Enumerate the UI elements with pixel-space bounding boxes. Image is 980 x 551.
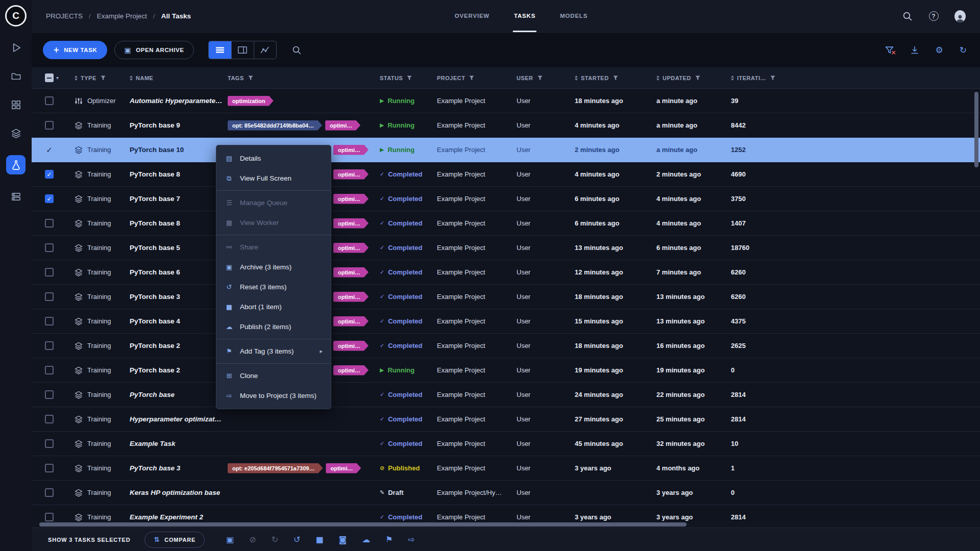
settings-gear-icon[interactable]: ⚙ — [936, 45, 943, 55]
nav-projects-icon[interactable] — [6, 69, 26, 83]
row-checkbox[interactable] — [45, 292, 54, 301]
table-view-button[interactable] — [209, 41, 231, 59]
tag[interactable]: opt: e205d684f7954571a7309… — [228, 463, 323, 473]
retry-button[interactable]: ↻ — [272, 535, 278, 544]
page-tab[interactable]: TASKS — [513, 0, 536, 32]
search-icon[interactable] — [901, 11, 913, 22]
move-selected-button[interactable]: ⇨ — [408, 535, 415, 544]
row-checkbox[interactable] — [45, 341, 54, 350]
nav-datasets-icon[interactable] — [6, 98, 26, 111]
table-search-icon[interactable] — [292, 45, 301, 55]
sort-icon[interactable] — [575, 76, 578, 81]
table-row[interactable]: Training PyTorch base 9 opt: 85e5482ddd7… — [32, 113, 980, 138]
table-row[interactable]: Training PyTorch base 5 optimi… ✓ Comple… — [32, 236, 980, 260]
menu-item[interactable]: ↺ Reset (3 items) — [216, 277, 331, 297]
column-header[interactable]: USER — [517, 75, 575, 81]
row-checkbox[interactable] — [45, 366, 54, 374]
row-checkbox[interactable] — [45, 488, 54, 497]
breadcrumb-item[interactable]: Example Project — [97, 12, 161, 20]
filter-icon[interactable] — [248, 76, 253, 81]
nav-dashboard-icon[interactable] — [6, 41, 26, 54]
row-checkbox[interactable] — [45, 268, 54, 277]
filter-icon[interactable] — [695, 76, 700, 81]
tag[interactable]: optimi… — [333, 243, 369, 253]
table-row[interactable]: Training Example Experiment 2 ✓ Complete… — [32, 505, 980, 521]
nav-workers-queues-icon[interactable] — [6, 190, 26, 203]
row-checkbox[interactable] — [45, 243, 54, 252]
row-checkbox[interactable] — [45, 96, 54, 105]
page-tab[interactable]: MODELS — [559, 0, 589, 32]
filter-icon[interactable] — [407, 76, 412, 81]
download-icon[interactable] — [910, 45, 919, 55]
menu-item[interactable]: ☁ Publish (2 items) — [216, 317, 331, 337]
column-header[interactable]: PROJECT — [437, 75, 517, 81]
column-header[interactable]: ITERATI… — [731, 75, 797, 81]
table-row[interactable]: Training PyTorch base 3 optimi… ✓ Comple… — [32, 285, 980, 309]
table-row[interactable]: Training Keras HP optimization base ✎ Dr… — [32, 481, 980, 505]
vertical-scrollbar-thumb[interactable] — [974, 92, 978, 167]
tag[interactable]: optimi… — [333, 341, 369, 351]
tag[interactable]: optimi… — [333, 169, 369, 180]
table-row[interactable]: Optimizer Automatic Hyperparamete… optim… — [32, 89, 980, 113]
row-checkbox[interactable] — [45, 317, 54, 325]
row-checkbox[interactable] — [45, 170, 54, 179]
menu-item[interactable]: ⧉ View Full Screen — [216, 168, 331, 188]
user-avatar[interactable] — [954, 11, 966, 22]
nav-pipelines-icon[interactable] — [6, 127, 26, 140]
clear-filters-icon[interactable]: × — [885, 46, 894, 55]
filter-icon[interactable] — [770, 76, 775, 81]
menu-item[interactable]: ▣ Archive (3 items) — [216, 257, 331, 277]
filter-icon[interactable] — [101, 76, 106, 81]
reset-selected-button[interactable]: ↺ — [293, 535, 300, 544]
table-row[interactable]: Training PyTorch base 2 optimi… ▶ Runnin… — [32, 358, 980, 383]
column-header[interactable]: TAGS — [228, 75, 380, 81]
menu-item[interactable]: ⇨ Move to Project (3 items) — [216, 386, 331, 406]
row-checkbox[interactable] — [45, 439, 54, 448]
table-row[interactable]: Training PyTorch base 10 optimi… ▶ Runni… — [32, 138, 980, 162]
menu-item[interactable]: ⚯ Share — [216, 237, 331, 257]
row-checkbox[interactable] — [45, 194, 54, 203]
auto-refresh-icon[interactable]: ↻ — [960, 45, 967, 55]
menu-item[interactable]: ▤ Details — [216, 148, 331, 168]
filter-icon[interactable] — [537, 76, 543, 81]
abort-selected-button[interactable]: ■ — [316, 535, 324, 544]
row-checkbox[interactable] — [45, 415, 54, 423]
sort-icon[interactable] — [75, 76, 78, 81]
tag[interactable]: optimization — [228, 96, 274, 106]
tag[interactable]: optimi… — [333, 292, 369, 302]
row-checkbox[interactable] — [45, 464, 54, 472]
nav-experiments-icon[interactable] — [6, 155, 26, 174]
select-all-checkbox[interactable] — [45, 73, 54, 82]
table-row[interactable]: Training Example Task ✓ Completed Exampl… — [32, 432, 980, 456]
horizontal-scrollbar-thumb[interactable] — [39, 522, 687, 527]
page-tab[interactable]: OVERVIEW — [454, 0, 491, 32]
table-row[interactable]: Training PyTorch base 3 opt: e205d684f79… — [32, 456, 980, 481]
tag[interactable]: optimi… — [333, 194, 369, 204]
tag[interactable]: opt: 85e5482ddd7149b8ba04… — [228, 120, 322, 131]
tag[interactable]: optimi… — [325, 120, 360, 131]
menu-item[interactable]: ☰ Manage Queue — [216, 193, 331, 213]
sort-icon[interactable] — [731, 76, 734, 81]
tag[interactable]: optimi… — [333, 145, 369, 155]
column-header[interactable]: NAME — [130, 75, 228, 81]
menu-item[interactable]: ■ Abort (1 item) — [216, 297, 331, 317]
tag[interactable]: optimi… — [326, 463, 361, 473]
filter-icon[interactable] — [613, 76, 618, 81]
publish-selected-button[interactable]: ☁ — [362, 535, 370, 544]
select-dropdown-caret-icon[interactable]: ▾ — [56, 75, 59, 81]
menu-item[interactable]: ⚑ Add Tag (3 items) ▸ — [216, 341, 331, 361]
column-header[interactable]: STARTED — [575, 75, 656, 81]
table-row[interactable]: Training PyTorch base 4 optimi… ✓ Comple… — [32, 309, 980, 334]
abort-children-button[interactable]: ◙ — [339, 535, 347, 544]
table-row[interactable]: Training PyTorch base ✓ Completed Exampl… — [32, 383, 980, 407]
tag[interactable]: optimi… — [333, 365, 369, 375]
sort-icon[interactable] — [130, 76, 133, 81]
menu-item[interactable]: ▦ View Worker — [216, 213, 331, 233]
open-archive-button[interactable]: ▣ OPEN ARCHIVE — [114, 41, 193, 59]
row-checkbox[interactable] — [45, 390, 54, 399]
menu-item[interactable]: ⊞ Clone — [216, 366, 331, 386]
dequeue-button[interactable]: ⊘ — [249, 535, 256, 544]
column-header[interactable]: TYPE — [75, 75, 130, 81]
row-checkbox[interactable] — [45, 513, 54, 521]
breadcrumb-item[interactable]: PROJECTS — [46, 12, 97, 20]
